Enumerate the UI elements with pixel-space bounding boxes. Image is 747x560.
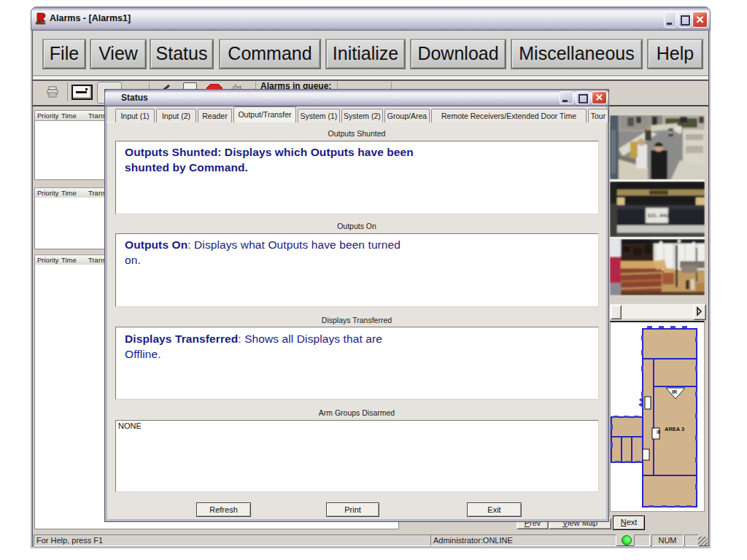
svg-text:R: R: [656, 430, 661, 434]
svg-text:IR: IR: [672, 389, 677, 394]
svg-text:5ZL-042: 5ZL-042: [648, 213, 669, 219]
svg-text:AREA 3: AREA 3: [665, 426, 684, 432]
